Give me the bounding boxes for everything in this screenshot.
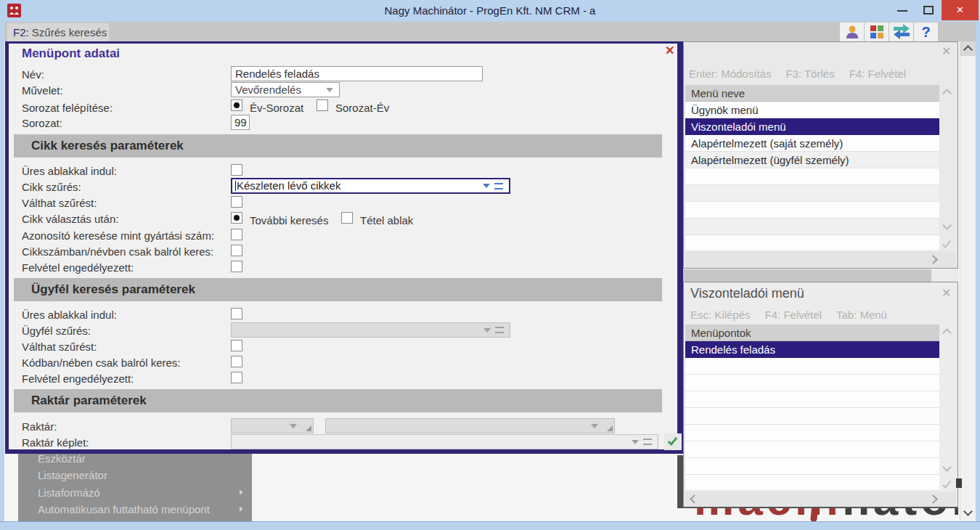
cikkszamban-checkbox[interactable] — [231, 245, 242, 256]
field-label: Üres ablakkal indul: — [22, 164, 117, 179]
panel-close-icon[interactable]: ✕ — [942, 286, 951, 300]
maximize-button[interactable] — [923, 6, 934, 15]
list-item[interactable] — [685, 168, 939, 185]
felvetel-checkbox[interactable] — [231, 261, 242, 272]
menu-item[interactable]: Listagenerátor — [38, 467, 107, 484]
scrollbar-thumb[interactable] — [956, 478, 962, 488]
sorozat-input[interactable]: 99 — [231, 115, 250, 130]
confirm-icon[interactable] — [942, 238, 951, 248]
context-menu: Eszköztár Listagenerátor Listaformázó Au… — [18, 449, 252, 530]
list-item[interactable] — [685, 375, 939, 391]
resize-grip-icon — [607, 425, 613, 431]
ugyfel-ures-checkbox[interactable] — [231, 308, 242, 319]
ures-ablakkal-checkbox[interactable] — [231, 164, 242, 176]
modules-button[interactable] — [865, 23, 889, 41]
menupont-adatai-dialog: Menüpont adatai ✕ Név: Rendelés feladás … — [5, 41, 683, 454]
scroll-down-icon[interactable] — [963, 507, 973, 516]
scroll-right-icon[interactable] — [928, 494, 938, 504]
confirm-button[interactable] — [664, 433, 682, 450]
list-item[interactable] — [685, 458, 939, 475]
scroll-down-icon[interactable] — [942, 462, 952, 472]
dropdown-arrow-icon — [290, 424, 297, 428]
list-header: Menü neve — [685, 85, 939, 102]
tab-label: Szűrés keresés — [32, 26, 107, 38]
field-label: Válthat szűrést: — [22, 196, 97, 211]
scroll-left-icon[interactable] — [690, 494, 699, 504]
field-label: Ügyfél szűrés: — [22, 324, 91, 338]
filter-menu-icon — [494, 183, 503, 189]
window-frame-bottom — [0, 521, 980, 530]
list-item-selected[interactable]: Viszonteladói menü — [685, 118, 939, 135]
minimize-button[interactable] — [897, 10, 907, 12]
toolbar: F2: Szűrés keresés ? — [4, 22, 976, 41]
close-button[interactable]: ✕ — [942, 0, 979, 20]
sorozat-ev-radio[interactable] — [317, 99, 328, 111]
list-item[interactable] — [685, 358, 939, 375]
panel-title: Viszonteladói menü — [690, 286, 804, 301]
dialog-title: Menüpont adatai — [22, 46, 120, 61]
field-label: Raktár: — [22, 420, 57, 434]
scroll-up-icon[interactable] — [963, 45, 973, 54]
user-button[interactable] — [840, 23, 865, 41]
submenu-arrow-icon — [240, 489, 243, 495]
checkbox-label: Tétel ablak — [360, 213, 413, 228]
menu-item[interactable]: Automatikusan futtatható menüpont — [38, 501, 210, 518]
menu-item[interactable]: Listaformázó — [38, 484, 100, 501]
panel-close-icon[interactable]: ✕ — [942, 44, 951, 58]
horizontal-scrollbar[interactable] — [685, 492, 956, 507]
list-item[interactable] — [685, 441, 939, 458]
list-item[interactable] — [685, 202, 939, 219]
field-label: Kódban/nében csak balról keres: — [22, 356, 180, 370]
list-item[interactable] — [685, 235, 939, 251]
window-scrollbar[interactable] — [960, 41, 976, 521]
help-button[interactable]: ? — [914, 23, 939, 41]
list-item[interactable] — [685, 185, 939, 202]
list-item-selected[interactable]: Rendelés feladás — [685, 341, 939, 358]
ugyfel-valthat-checkbox[interactable] — [231, 340, 242, 351]
confirm-icon[interactable] — [942, 478, 951, 488]
list-item[interactable] — [685, 408, 939, 425]
list-item[interactable]: Alapértelmezett (ügyfél személy) — [685, 152, 939, 168]
field-label: Sorozat: — [22, 116, 62, 131]
dropdown-arrow-icon — [483, 328, 491, 333]
radio-label: Év-Sorozat — [250, 101, 303, 115]
field-label: Sorozat felépítése: — [22, 101, 113, 115]
panel-shadow — [677, 455, 683, 508]
scroll-up-icon[interactable] — [942, 328, 952, 338]
ev-sorozat-radio[interactable] — [231, 99, 242, 111]
tetel-ablak-checkbox[interactable] — [341, 212, 353, 224]
list-item[interactable] — [685, 475, 939, 491]
field-label: Azonosító keresése mint gyártási szám: — [22, 229, 214, 243]
list-item[interactable] — [685, 219, 939, 235]
ugyfel-felvetel-checkbox[interactable] — [231, 372, 242, 383]
section-header: Cikk keresés paraméterek — [14, 134, 662, 158]
field-label: Cikk szűrés: — [22, 180, 81, 195]
text-cursor — [235, 181, 236, 191]
field-label: Cikk választás után: — [22, 212, 118, 227]
cikk-szures-combo[interactable]: Készleten lévő cikkek — [231, 178, 510, 194]
scroll-up-icon[interactable] — [942, 89, 952, 98]
section-header: Ügyfél keresés paraméterek — [14, 278, 662, 301]
muvelet-dropdown[interactable]: Vevőrendelés — [231, 82, 340, 97]
scroll-down-icon[interactable] — [942, 221, 952, 230]
scroll-right-icon[interactable] — [928, 255, 938, 264]
list-item[interactable] — [685, 391, 939, 408]
list-item[interactable]: Ügynök menü — [685, 102, 939, 118]
filter-menu-icon — [495, 327, 504, 333]
tovabbi-kereses-radio[interactable] — [231, 212, 242, 224]
dialog-close-icon[interactable]: ✕ — [665, 44, 674, 57]
titlebar[interactable]: Nagy Machinátor - ProgEn Kft. NM CRM - a… — [0, 0, 980, 22]
filter-tab[interactable]: F2: Szűrés keresés — [7, 23, 109, 41]
nev-input[interactable]: Rendelés feladás — [231, 66, 483, 81]
kodban-checkbox[interactable] — [231, 356, 242, 367]
dropdown-arrow-icon — [632, 440, 639, 444]
section-header: Raktár paraméterek — [14, 389, 662, 412]
filter-menu-icon — [643, 439, 652, 445]
horizontal-scrollbar[interactable] — [685, 252, 956, 268]
list-item[interactable]: Alapértelmezett (saját személy) — [685, 135, 939, 152]
list-item[interactable] — [685, 425, 939, 441]
radio-label: További keresés — [250, 213, 328, 228]
valthat-szurest-checkbox[interactable] — [231, 196, 242, 208]
azonosito-checkbox[interactable] — [231, 229, 242, 240]
swap-button[interactable] — [889, 23, 914, 41]
